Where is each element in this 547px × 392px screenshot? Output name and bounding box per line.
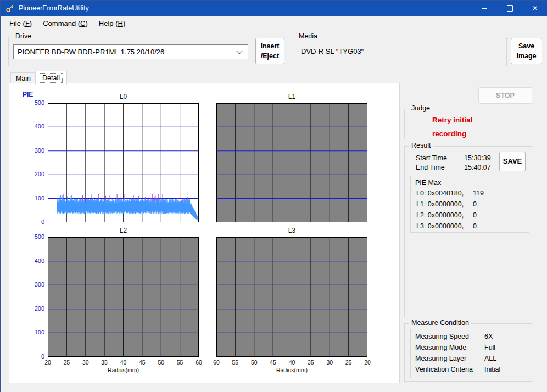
chart-plot-l3 xyxy=(216,237,367,357)
x-tick-label: 40 xyxy=(116,359,131,366)
menu-help-key: H xyxy=(118,19,123,27)
drive-groupbox: Drive PIONEER BD-RW BDR-PR1ML 1.75 20/10… xyxy=(8,37,252,66)
window-title: PioneerErrorRateUtility xyxy=(19,4,89,12)
media-value: DVD-R SL "TYG03" xyxy=(301,47,364,55)
chart-title-l3: L3 xyxy=(216,227,367,234)
judge-label: Judge xyxy=(409,104,432,112)
y-tick-label: 0 xyxy=(26,219,44,225)
close-icon: ✕ xyxy=(532,5,538,12)
save-button[interactable]: SAVE xyxy=(499,152,526,171)
y-tick-label: 400 xyxy=(26,123,44,130)
chart-canvas-l3 xyxy=(216,237,367,357)
tab-detail-label: Detail xyxy=(40,74,62,82)
pie-max-l0-label: L0: 0x0040180, xyxy=(416,189,464,197)
verification-criteria-value: Initial xyxy=(484,366,500,373)
y-tick-label: 500 xyxy=(26,99,44,106)
maximize-button[interactable] xyxy=(497,1,522,16)
measure-condition-box: Measuring Speed 6X Measuring Mode Full M… xyxy=(410,329,529,378)
media-groupbox: Media DVD-R SL "TYG03" xyxy=(292,37,507,66)
detail-tab-page: PIE L05004003002001000L1L250040030020010… xyxy=(9,83,400,383)
measuring-speed-label: Measuring Speed xyxy=(415,333,469,340)
close-button[interactable]: ✕ xyxy=(522,1,547,16)
stop-button[interactable]: STOP xyxy=(478,87,532,104)
menu-help[interactable]: Help (H) xyxy=(93,17,131,30)
x-tick-label: 45 xyxy=(266,359,280,366)
tab-detail[interactable]: Detail xyxy=(35,71,67,85)
drive-select[interactable]: PIONEER BD-RW BDR-PR1ML 1.75 20/10/26 xyxy=(13,44,248,59)
judge-groupbox: Judge Retry initial recording xyxy=(404,109,532,139)
x-tick-label: 35 xyxy=(97,359,111,366)
result-groupbox: Result Start Time 15:30:39 End Time 15:4… xyxy=(404,146,532,317)
menu-command[interactable]: Command (C) xyxy=(37,17,93,30)
y-tick-label: 100 xyxy=(26,195,44,201)
y-tick-label: 300 xyxy=(26,281,44,288)
minimize-button[interactable] xyxy=(472,1,497,16)
drive-label: Drive xyxy=(13,32,34,40)
chevron-down-icon xyxy=(236,48,242,54)
menu-file-close: ) xyxy=(30,19,32,27)
x-tick-label: 55 xyxy=(173,359,187,366)
menu-help-close: ) xyxy=(123,19,125,27)
insert-eject-button[interactable]: Insert /Eject xyxy=(255,38,284,64)
end-time-label: End Time xyxy=(416,164,445,171)
pie-max-box: PIE Max L0: 0x0040180, 119 L1: 0x0000000… xyxy=(410,176,529,233)
y-tick-label: 200 xyxy=(26,305,44,312)
save-image-label-1: Save xyxy=(518,41,534,51)
measure-condition-groupbox: Measure Condition Measuring Speed 6X Mea… xyxy=(404,323,532,382)
x-tick-label: 30 xyxy=(322,359,337,366)
chart-canvas-l2 xyxy=(48,237,199,357)
pie-max-l3-label: L3: 0x0000000, xyxy=(416,222,464,230)
start-time-value: 15:30:39 xyxy=(464,154,491,162)
x-tick-label: 20 xyxy=(41,359,55,366)
tab-main-label: Main xyxy=(16,75,31,82)
save-button-label: SAVE xyxy=(503,156,522,167)
stop-button-label: STOP xyxy=(496,91,515,100)
save-image-button[interactable]: Save Image xyxy=(511,38,542,64)
media-label: Media xyxy=(297,32,320,40)
x-tick-label: 35 xyxy=(304,359,318,366)
chart-title-l0: L0 xyxy=(48,93,199,100)
drive-select-value: PIONEER BD-RW BDR-PR1ML 1.75 20/10/26 xyxy=(14,48,164,56)
x-tick-label: 60 xyxy=(209,359,224,366)
chart-plot-l0 xyxy=(48,103,199,222)
x-axis-title: Radius(mm) xyxy=(48,367,199,373)
minimize-icon xyxy=(482,8,487,9)
measuring-mode-value: Full xyxy=(484,344,495,351)
x-tick-label: 55 xyxy=(228,359,242,366)
x-tick-label: 45 xyxy=(135,359,149,366)
x-tick-label: 30 xyxy=(79,359,93,366)
judge-line-1: Retry initial xyxy=(432,113,473,127)
app-icon xyxy=(5,4,14,13)
pie-max-l2-label: L2: 0x0000000, xyxy=(416,211,464,219)
measuring-layer-value: ALL xyxy=(484,355,496,362)
judge-line-2: recording xyxy=(432,127,473,141)
chart-title-l1: L1 xyxy=(216,93,367,100)
chart-plot-l2 xyxy=(48,237,199,357)
x-axis-title: Radius(mm) xyxy=(216,367,367,373)
pie-max-l1-value: 0 xyxy=(473,200,477,208)
window-controls: ✕ xyxy=(472,1,547,16)
titlebar[interactable]: PioneerErrorRateUtility ✕ xyxy=(1,1,547,16)
pie-max-l0-value: 119 xyxy=(473,189,484,197)
chart-title-l2: L2 xyxy=(48,227,199,234)
measuring-speed-value: 6X xyxy=(484,333,493,340)
pie-max-l2-value: 0 xyxy=(473,211,477,219)
y-tick-label: 300 xyxy=(26,147,44,154)
x-tick-label: 25 xyxy=(59,359,74,366)
menu-file-label: File ( xyxy=(9,19,25,27)
x-tick-label: 40 xyxy=(285,359,299,366)
insert-eject-label-1: Insert xyxy=(260,41,279,51)
x-tick-label: 60 xyxy=(192,359,206,366)
chart-canvas-l1 xyxy=(216,103,367,222)
y-tick-label: 500 xyxy=(26,233,44,240)
menu-help-label: Help ( xyxy=(99,19,118,27)
maximize-icon xyxy=(507,5,513,12)
y-tick-label: 100 xyxy=(26,329,44,335)
judge-result-text: Retry initial recording xyxy=(432,113,473,141)
menu-bar: File (F) Command (C) Help (H) xyxy=(1,16,547,30)
menu-file-key: F xyxy=(25,19,30,27)
x-tick-label: 25 xyxy=(342,359,356,366)
app-window: PioneerErrorRateUtility ✕ File (F) Comma… xyxy=(0,0,547,392)
insert-eject-label-2: /Eject xyxy=(261,51,279,61)
menu-file[interactable]: File (F) xyxy=(4,17,37,30)
